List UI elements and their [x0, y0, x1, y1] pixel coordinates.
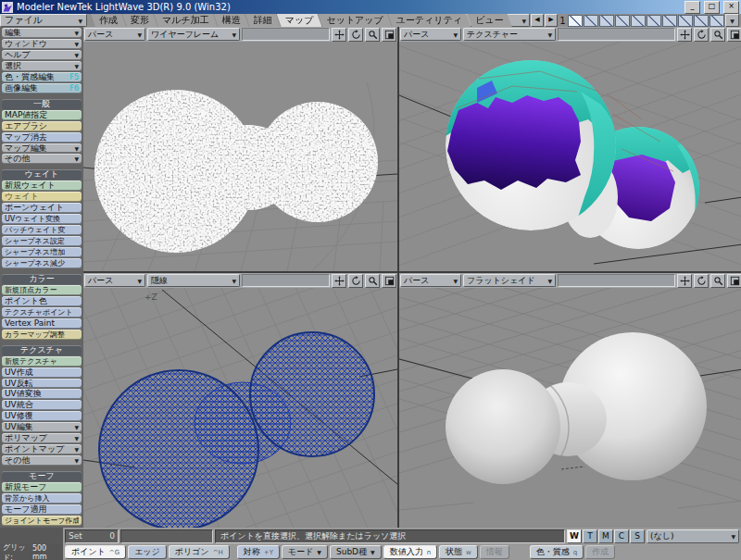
layer-tile-10[interactable] — [710, 15, 724, 27]
tab-setup[interactable]: セットアップ — [318, 14, 391, 27]
set-sharpness-button[interactable]: シャープネス設定 — [2, 236, 82, 246]
vmap-mode-texture[interactable]: T — [583, 529, 597, 543]
shade-mode-dropdown[interactable]: フラットシェイド — [463, 274, 556, 287]
modes-menu[interactable]: モード — [282, 545, 328, 559]
maximize-viewport-icon[interactable] — [727, 28, 741, 42]
points-mode-button[interactable]: ポイント^G — [65, 545, 126, 559]
maximize-viewport-icon[interactable] — [727, 274, 741, 288]
close-button[interactable]: × — [723, 1, 739, 14]
rotate-icon[interactable] — [348, 274, 363, 288]
insert-from-background-button[interactable]: 背景から挿入 — [2, 493, 82, 504]
view-type-dropdown[interactable]: パース — [84, 28, 145, 41]
layer-tile-1[interactable] — [568, 15, 583, 27]
new-weight-button[interactable]: 新規ウェイト — [2, 180, 82, 191]
next-layer-bank-button[interactable]: ▶ — [545, 14, 558, 27]
menu-window[interactable]: ウィンドウ — [2, 39, 82, 49]
vmap-mode-morph[interactable]: M — [598, 529, 613, 543]
minimize-button[interactable]: _ — [684, 1, 700, 14]
more-menu-general[interactable]: その他 — [2, 154, 82, 164]
polygons-mode-button[interactable]: ポリゴン^H — [169, 545, 230, 559]
pan-icon[interactable] — [677, 28, 692, 42]
maximize-button[interactable]: □ — [704, 1, 720, 14]
zoom-icon[interactable] — [365, 274, 380, 288]
file-menu-button[interactable]: ファイル — [0, 14, 87, 27]
tab-utilities[interactable]: ユーティリティ — [388, 14, 471, 27]
layer-tile-8[interactable] — [678, 15, 693, 27]
increase-sharpness-button[interactable]: シャープネス増加 — [2, 247, 82, 257]
uv-to-weight-button[interactable]: UVウェイト変換 — [2, 214, 82, 224]
new-texture-button[interactable]: 新規テクスチャ — [2, 356, 82, 367]
patch-weight-button[interactable]: パッチウェイト変 — [2, 225, 82, 235]
vmap-mode-selection[interactable]: S — [630, 529, 645, 543]
tab-map[interactable]: マップ — [277, 14, 322, 27]
new-morph-button[interactable]: 新規モーフ — [2, 482, 82, 492]
maximize-viewport-icon[interactable] — [382, 274, 396, 288]
statistics-button[interactable]: 状態w — [439, 545, 478, 559]
layer-tile-3[interactable] — [599, 15, 614, 27]
surface-editor-button[interactable]: 色・質感編集F5 — [2, 72, 82, 82]
edges-mode-button[interactable]: エッジ — [128, 545, 167, 559]
point-map-menu[interactable]: ポイントマップ — [2, 444, 82, 454]
maximize-viewport-icon[interactable] — [382, 28, 396, 42]
tab-multiply[interactable]: マルチ加工 — [154, 14, 218, 27]
tab-view[interactable]: ビュー — [467, 14, 511, 27]
set-map-value-button[interactable]: MAP値指定 — [2, 110, 82, 120]
viewport-canvas-textured[interactable] — [399, 42, 741, 271]
view-type-dropdown[interactable]: パース — [84, 274, 145, 287]
info-button[interactable]: 情報 — [480, 545, 509, 559]
weights-button-active[interactable]: ウェイト — [2, 192, 82, 202]
viewport-canvas-hiddenline[interactable]: +Z — [83, 288, 397, 528]
vmap-value-field[interactable] — [120, 529, 213, 543]
texture-point-button[interactable]: テクスチャポイント — [2, 307, 82, 317]
prev-layer-bank-button[interactable]: ◀ — [531, 14, 544, 27]
rotate-icon[interactable] — [694, 28, 709, 42]
edit-maps-menu[interactable]: マップ編集 — [2, 143, 82, 154]
joint-morph-button[interactable]: ジョイントモーフ作成 — [2, 516, 82, 526]
flip-uvs-button[interactable]: UV反転 — [2, 379, 82, 389]
menu-help[interactable]: ヘルプ — [2, 50, 82, 60]
zoom-icon[interactable] — [710, 274, 725, 288]
vmap-mode-color[interactable]: C — [614, 529, 629, 543]
subd-type-menu[interactable]: SubD種 — [330, 545, 382, 559]
rotate-icon[interactable] — [694, 274, 709, 288]
color-map-adjust-button[interactable]: カラーマップ調整 — [2, 330, 82, 340]
heal-uv-button[interactable]: UV修復 — [2, 411, 82, 421]
image-editor-button[interactable]: 画像編集F6 — [2, 83, 82, 93]
poly-map-menu[interactable]: ポリマップ — [2, 433, 82, 443]
menu-selection[interactable]: 選択 — [2, 61, 82, 71]
decrease-sharpness-button[interactable]: シャープネス減少 — [2, 258, 82, 268]
shade-mode-dropdown[interactable]: 隠線 — [147, 274, 240, 287]
vmap-selector-dropdown[interactable]: (なし) — [647, 529, 739, 543]
weld-uv-button[interactable]: UV統合 — [2, 400, 82, 410]
viewport-canvas-wireframe[interactable] — [83, 42, 397, 271]
make-uvs-button[interactable]: UV作成 — [2, 367, 82, 378]
tab-modify[interactable]: 変形 — [122, 14, 157, 27]
layer-tile-6[interactable] — [647, 15, 661, 27]
layer-menu-button[interactable] — [725, 14, 739, 27]
symmetry-button[interactable]: 対称+Y — [237, 545, 280, 559]
shade-mode-dropdown[interactable]: テクスチャー — [463, 28, 556, 41]
layer-tile-4[interactable] — [615, 15, 630, 27]
layer-tile-5[interactable] — [631, 15, 646, 27]
view-type-dropdown[interactable]: パース — [400, 28, 461, 41]
tab-construct[interactable]: 構造 — [214, 14, 249, 27]
new-vertex-color-button[interactable]: 新規頂点カラー — [2, 285, 82, 295]
point-color-button[interactable]: ポイント色 — [2, 296, 82, 306]
layer-tile-9[interactable] — [694, 15, 709, 27]
pan-icon[interactable] — [332, 274, 346, 288]
apply-morph-button[interactable]: モーフ適用 — [2, 504, 82, 515]
edit-uvs-menu[interactable]: UV編集 — [2, 422, 82, 432]
pan-icon[interactable] — [332, 28, 346, 42]
menu-edit[interactable]: 編集 — [2, 28, 82, 38]
zoom-icon[interactable] — [365, 28, 380, 42]
transform-uv-button[interactable]: UV値変換 — [2, 389, 82, 399]
more-menu-texture[interactable]: その他 — [2, 455, 82, 466]
bone-weights-button[interactable]: ボーンウェイト — [2, 203, 82, 213]
make-button[interactable]: 作成 — [585, 545, 615, 559]
tab-detail[interactable]: 詳細 — [245, 14, 281, 27]
zoom-icon[interactable] — [710, 28, 725, 42]
numeric-button[interactable]: 数値入力n — [383, 545, 437, 559]
pan-icon[interactable] — [677, 274, 692, 288]
view-type-dropdown[interactable]: パース — [400, 274, 461, 287]
tab-create[interactable]: 作成 — [91, 14, 126, 27]
